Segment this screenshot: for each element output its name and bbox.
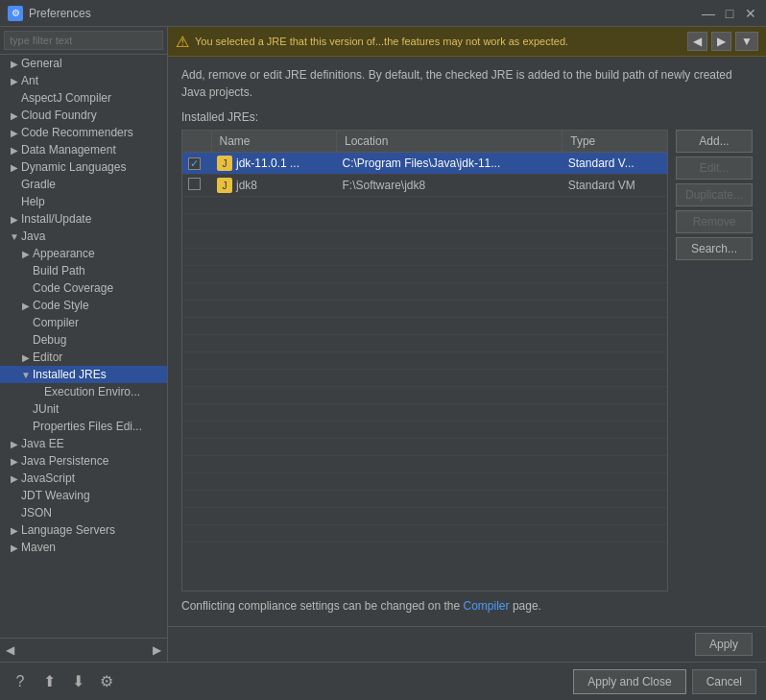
- tree-label-jdtweaving: JDT Weaving: [21, 489, 90, 502]
- add-button[interactable]: Add...: [676, 130, 753, 153]
- tree-item-codecoverage[interactable]: Code Coverage: [0, 279, 167, 297]
- warning-menu-button[interactable]: ▼: [735, 32, 758, 51]
- tree-item-javascript[interactable]: ▶JavaScript: [0, 470, 167, 487]
- jre-checkbox-0[interactable]: [188, 157, 201, 170]
- compiler-link[interactable]: Compiler: [464, 599, 510, 613]
- jre-icon: J: [217, 178, 232, 193]
- apply-button[interactable]: Apply: [695, 633, 753, 656]
- edit-button[interactable]: Edit...: [676, 157, 753, 180]
- tree-item-execenv[interactable]: Execution Enviro...: [0, 383, 167, 400]
- col-type-header[interactable]: Type: [563, 131, 667, 153]
- table-row[interactable]: Jjdk8F:\Software\jdk8Standard VM: [182, 175, 667, 197]
- col-location-header[interactable]: Location: [337, 131, 563, 153]
- tree-label-json: JSON: [21, 506, 52, 519]
- tree-item-datamgmt[interactable]: ▶Data Management: [0, 141, 167, 158]
- tree-bottom: ◀ ▶: [0, 638, 167, 662]
- warning-prev-button[interactable]: ◀: [687, 32, 707, 51]
- export-icon[interactable]: ⬆: [38, 671, 60, 692]
- tree-item-debug[interactable]: Debug: [0, 331, 167, 349]
- tree-label-buildpath: Build Path: [33, 264, 85, 278]
- table-row-empty: [182, 266, 667, 283]
- tree-item-maven[interactable]: ▶Maven: [0, 539, 167, 556]
- tree-item-codestyle[interactable]: ▶Code Style: [0, 297, 167, 314]
- tree-scroll-right[interactable]: ▶: [151, 641, 163, 659]
- tree-item-javaee[interactable]: ▶Java EE: [0, 435, 167, 452]
- remove-button[interactable]: Remove: [676, 210, 753, 233]
- tree-label-langservers: Language Servers: [21, 523, 115, 537]
- tree-arrow-dynamiclang: ▶: [8, 162, 21, 173]
- tree-item-compiler[interactable]: Compiler: [0, 314, 167, 331]
- tree-item-junit[interactable]: JUnit: [0, 400, 167, 418]
- window-icon: ⚙: [8, 6, 23, 21]
- tree-item-coderecommenders[interactable]: ▶Code Recommenders: [0, 124, 167, 141]
- tree-arrow-javascript: ▶: [8, 473, 21, 484]
- tree-label-installedjres: Installed JREs: [33, 368, 107, 381]
- right-panel: ⚠ You selected a JRE that this version o…: [168, 27, 766, 662]
- help-icon[interactable]: ?: [10, 671, 31, 692]
- maximize-button[interactable]: □: [722, 6, 737, 21]
- duplicate-button[interactable]: Duplicate...: [676, 183, 753, 206]
- tree-item-general[interactable]: ▶General: [0, 55, 167, 72]
- tree-item-installupdate[interactable]: ▶Install/Update: [0, 210, 167, 228]
- cancel-button[interactable]: Cancel: [692, 669, 756, 694]
- close-button[interactable]: ✕: [743, 6, 758, 21]
- tree-item-buildpath[interactable]: Build Path: [0, 262, 167, 279]
- table-row-empty: [182, 404, 667, 422]
- tree-item-appearance[interactable]: ▶Appearance: [0, 245, 167, 262]
- tree-scroll-left[interactable]: ◀: [4, 641, 16, 659]
- tree-item-java[interactable]: ▼Java: [0, 228, 167, 245]
- tree-item-cloudfoundry[interactable]: ▶Cloud Foundry: [0, 107, 167, 124]
- tree-arrow-java: ▼: [8, 231, 21, 242]
- tree-item-editor[interactable]: ▶Editor: [0, 349, 167, 366]
- tree-item-propfiles[interactable]: Properties Files Edi...: [0, 418, 167, 435]
- col-name-header[interactable]: [182, 131, 211, 153]
- main-content: ▶General▶AntAspectJ Compiler▶Cloud Found…: [0, 27, 766, 662]
- col-name-header[interactable]: Name: [211, 131, 337, 153]
- search-button[interactable]: Search...: [676, 237, 753, 260]
- tree-arrow-editor: ▶: [19, 352, 33, 363]
- filter-input[interactable]: [4, 31, 163, 50]
- tree-item-aspectj[interactable]: AspectJ Compiler: [0, 89, 167, 107]
- table-row[interactable]: Jjdk-11.0.1 ...C:\Program Files\Java\jdk…: [182, 153, 667, 175]
- jre-table-wrap: Name Location Type Jjdk-11.0.1 ...C:\Pro…: [181, 130, 668, 591]
- tree-label-codestyle: Code Style: [33, 299, 89, 312]
- tree-arrow-appearance: ▶: [19, 249, 33, 259]
- tree-item-dynamiclang[interactable]: ▶Dynamic Languages: [0, 158, 167, 176]
- tree-item-javapersist[interactable]: ▶Java Persistence: [0, 452, 167, 470]
- jre-name-cell: Jjdk-11.0.1 ...: [217, 156, 331, 171]
- table-header-row: Name Location Type: [182, 131, 667, 153]
- tree-label-datamgmt: Data Management: [21, 143, 116, 157]
- conflict-text: Conflicting compliance settings can be c…: [181, 599, 464, 613]
- jre-checkbox-1[interactable]: [188, 178, 201, 190]
- tree-arrow-langservers: ▶: [8, 525, 21, 536]
- jre-name-cell: Jjdk8: [217, 178, 331, 193]
- tree-label-execenv: Execution Enviro...: [44, 385, 140, 398]
- side-buttons: Add... Edit... Duplicate... Remove Searc…: [676, 130, 753, 591]
- tree-horizontal-scroll[interactable]: [16, 645, 151, 655]
- tree-item-ant[interactable]: ▶Ant: [0, 72, 167, 89]
- import-icon[interactable]: ⬇: [67, 671, 88, 692]
- tree-arrow-datamgmt: ▶: [8, 145, 21, 156]
- tree-label-junit: JUnit: [33, 402, 59, 416]
- tree-label-gradle: Gradle: [21, 178, 56, 191]
- title-bar: ⚙ Preferences — □ ✕: [0, 0, 766, 27]
- tree-item-gradle[interactable]: Gradle: [0, 176, 167, 193]
- conflict-notice: Conflicting compliance settings can be c…: [181, 591, 753, 616]
- tree-item-json[interactable]: JSON: [0, 504, 167, 521]
- tree-label-ant: Ant: [21, 74, 38, 87]
- tree-item-jdtweaving[interactable]: JDT Weaving: [0, 487, 167, 504]
- tree-item-installedjres[interactable]: ▼Installed JREs: [0, 366, 167, 383]
- jre-type: Standard VM: [563, 175, 667, 197]
- settings-icon[interactable]: ⚙: [96, 671, 117, 692]
- tree-label-codecoverage: Code Coverage: [33, 281, 113, 295]
- jre-location: C:\Program Files\Java\jdk-11...: [337, 153, 563, 175]
- jre-table: Name Location Type Jjdk-11.0.1 ...C:\Pro…: [182, 131, 667, 543]
- minimize-button[interactable]: —: [701, 6, 716, 21]
- tree-item-help[interactable]: Help: [0, 193, 167, 210]
- warning-next-button[interactable]: ▶: [711, 32, 731, 51]
- window-controls: — □ ✕: [701, 6, 758, 21]
- tree-scroll: ▶General▶AntAspectJ Compiler▶Cloud Found…: [0, 55, 167, 638]
- apply-and-close-button[interactable]: Apply and Close: [573, 669, 685, 694]
- tree-arrow-general: ▶: [8, 59, 21, 69]
- tree-item-langservers[interactable]: ▶Language Servers: [0, 521, 167, 539]
